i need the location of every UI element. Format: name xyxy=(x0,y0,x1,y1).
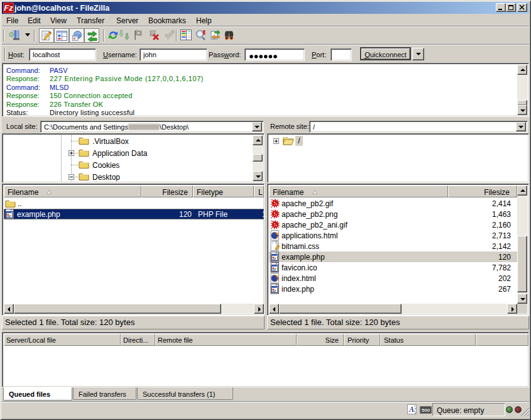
svg-text:Fz: Fz xyxy=(4,3,13,13)
svg-text:A: A xyxy=(408,405,414,414)
svg-text:500: 500 xyxy=(422,407,430,413)
